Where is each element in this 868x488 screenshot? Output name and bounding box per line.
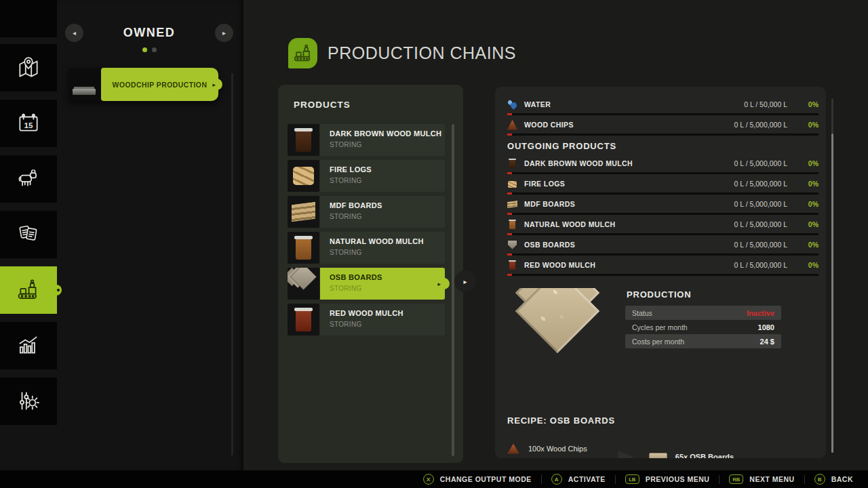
stock-row-natural-wood-mulch: NATURAL WOOD MULCH 0 L / 5,000,000 L 0% bbox=[507, 219, 818, 230]
gamepad-b-icon: B bbox=[814, 474, 825, 485]
products-panel: PRODUCTS DARK BROWN WOOD MULCH STORING F… bbox=[278, 85, 463, 463]
fill-bar bbox=[507, 274, 818, 276]
production-info: PRODUCTION Status Inactive Cycles per mo… bbox=[512, 288, 826, 375]
recipe-row: 100x Wood Chips 65x OSB Boards bbox=[507, 434, 814, 458]
hint-label: CHANGE OUTPUT MODE bbox=[440, 475, 532, 483]
stock-amount: 0 L / 5,000,000 L bbox=[734, 200, 787, 208]
stock-row-dark-brown-wood-mulch: DARK BROWN WOOD MULCH 0 L / 5,000,000 L … bbox=[507, 158, 818, 169]
product-item-red-wood-mulch[interactable]: RED WOOD MULCH STORING bbox=[288, 304, 445, 336]
product-thumbnail bbox=[288, 124, 319, 156]
product-item-mdf-boards[interactable]: MDF BOARDS STORING bbox=[288, 196, 445, 228]
sidebar-item-production[interactable] bbox=[0, 266, 57, 314]
next-menu-button[interactable]: RB NEXT MENU bbox=[719, 474, 804, 484]
product-item-natural-wood-mulch[interactable]: NATURAL WOOD MULCH STORING bbox=[288, 232, 445, 264]
hint-label: ACTIVATE bbox=[568, 475, 606, 483]
column-divider bbox=[243, 0, 243, 470]
owned-item-woodchip-production[interactable]: WOODCHIP PRODUCTION ▸ bbox=[68, 68, 218, 101]
statistics-icon bbox=[16, 333, 41, 359]
fill-bar bbox=[507, 134, 818, 136]
sidebar-item-map[interactable] bbox=[0, 44, 57, 92]
wood-chips-icon bbox=[507, 120, 517, 130]
stock-amount: 0 L / 50,000 L bbox=[744, 100, 787, 108]
sidebar-item-animals[interactable] bbox=[0, 155, 57, 203]
row-label: Status bbox=[632, 309, 747, 317]
cow-icon bbox=[16, 166, 41, 192]
detail-panel: WATER 0 L / 50,000 L 0% WOOD CHIPS 0 L /… bbox=[495, 87, 826, 458]
owned-item-label: WOODCHIP PRODUCTION bbox=[113, 81, 208, 89]
product-thumbnail bbox=[288, 196, 319, 228]
status-badge: Inactive bbox=[747, 309, 774, 317]
product-name: RED WOOD MULCH bbox=[330, 309, 445, 317]
mdf-boards-icon bbox=[507, 199, 517, 209]
stock-name: WOOD CHIPS bbox=[524, 121, 734, 129]
stock-percent: 0% bbox=[798, 180, 818, 188]
production-title: PRODUCTION bbox=[627, 289, 781, 300]
outgoing-products-title: OUTGOING PRODUCTS bbox=[507, 141, 818, 151]
stock-row-red-wood-mulch: RED WOOD MULCH 0 L / 5,000,000 L 0% bbox=[507, 260, 818, 270]
stock-percent: 0% bbox=[798, 100, 818, 108]
natural-wood-mulch-icon bbox=[507, 220, 517, 230]
stock-name: DARK BROWN WOOD MULCH bbox=[524, 159, 734, 167]
product-name: NATURAL WOOD MULCH bbox=[330, 237, 445, 245]
documents-icon bbox=[16, 222, 41, 247]
gamepad-a-icon: A bbox=[551, 474, 562, 485]
stock-row-osb-boards: OSB BOARDS 0 L / 5,000,000 L 0% bbox=[507, 239, 818, 250]
fill-bar bbox=[507, 113, 818, 115]
product-item-osb-boards-selected[interactable]: OSB BOARDS STORING ▸ bbox=[288, 268, 445, 300]
owned-next-button[interactable]: ▸ bbox=[215, 24, 233, 42]
product-name: MDF BOARDS bbox=[330, 201, 445, 209]
chevron-right-icon: ▸ bbox=[437, 281, 441, 287]
products-scrollbar[interactable] bbox=[452, 124, 454, 456]
fill-bar bbox=[507, 172, 818, 174]
owned-header: ◂ OWNED ▸ bbox=[65, 24, 233, 42]
stock-percent: 0% bbox=[798, 261, 818, 269]
owned-scrollbar[interactable] bbox=[231, 73, 233, 455]
stock-amount: 0 L / 5,000,000 L bbox=[734, 261, 787, 269]
product-thumbnail bbox=[288, 304, 319, 336]
chevron-right-icon: ▸ bbox=[463, 278, 467, 285]
stock-percent: 0% bbox=[798, 200, 818, 208]
owned-item-thumbnail bbox=[68, 68, 101, 101]
fill-bar bbox=[507, 192, 818, 195]
row-value: 24 $ bbox=[760, 338, 774, 346]
gamepad-x-icon: X bbox=[423, 474, 434, 485]
products-title: PRODUCTS bbox=[294, 100, 351, 110]
product-status: STORING bbox=[330, 321, 445, 328]
expand-detail-arrow[interactable]: ▸ bbox=[454, 270, 476, 292]
fill-bar bbox=[507, 233, 818, 235]
sidebar-item-settings[interactable] bbox=[0, 378, 57, 425]
activate-button[interactable]: A ACTIVATE bbox=[542, 474, 615, 485]
product-thumbnail bbox=[288, 160, 319, 192]
wood-chips-icon bbox=[507, 444, 519, 454]
product-item-dark-brown-wood-mulch[interactable]: DARK BROWN WOOD MULCH STORING bbox=[288, 124, 445, 156]
recipe-title: RECIPE: OSB BOARDS bbox=[507, 415, 826, 426]
previous-menu-button[interactable]: LB PREVIOUS MENU bbox=[616, 474, 719, 484]
hint-label: BACK bbox=[831, 475, 853, 483]
production-icon bbox=[15, 277, 42, 304]
product-name: OSB BOARDS bbox=[330, 273, 445, 281]
production-chains-screen: 15 ◂ OWNED ▸ WOODCHIP PRODUCTION ▸ PROD bbox=[0, 0, 868, 488]
dark-brown-wood-mulch-icon bbox=[507, 159, 517, 169]
fill-bar bbox=[507, 213, 818, 215]
svg-text:15: 15 bbox=[24, 121, 33, 129]
row-value: 1080 bbox=[758, 323, 774, 331]
owned-prev-button[interactable]: ◂ bbox=[65, 24, 83, 42]
stock-amount: 0 L / 5,000,000 L bbox=[734, 220, 787, 228]
page-dot bbox=[152, 47, 157, 52]
sidebar-item-calendar[interactable]: 15 bbox=[0, 100, 57, 147]
detail-scrollbar[interactable] bbox=[831, 98, 833, 453]
product-thumbnail bbox=[288, 268, 319, 300]
stock-name: OSB BOARDS bbox=[524, 241, 734, 249]
product-item-fire-logs[interactable]: FIRE LOGS STORING bbox=[288, 160, 445, 192]
sidebar-item-statistics[interactable] bbox=[0, 322, 57, 369]
hint-label: NEXT MENU bbox=[749, 475, 794, 483]
back-button[interactable]: B BACK bbox=[805, 474, 863, 485]
gamepad-lb-icon: LB bbox=[625, 474, 639, 484]
input-products: WATER 0 L / 50,000 L 0% WOOD CHIPS 0 L /… bbox=[507, 99, 818, 136]
stock-row-fire-logs: FIRE LOGS 0 L / 5,000,000 L 0% bbox=[507, 178, 818, 189]
stock-percent: 0% bbox=[798, 220, 818, 228]
fire-logs-icon bbox=[507, 179, 517, 189]
sidebar-item-finances[interactable] bbox=[0, 211, 57, 258]
change-output-mode-button[interactable]: X CHANGE OUTPUT MODE bbox=[414, 474, 541, 485]
sidebar-spacer-tile bbox=[0, 0, 57, 37]
